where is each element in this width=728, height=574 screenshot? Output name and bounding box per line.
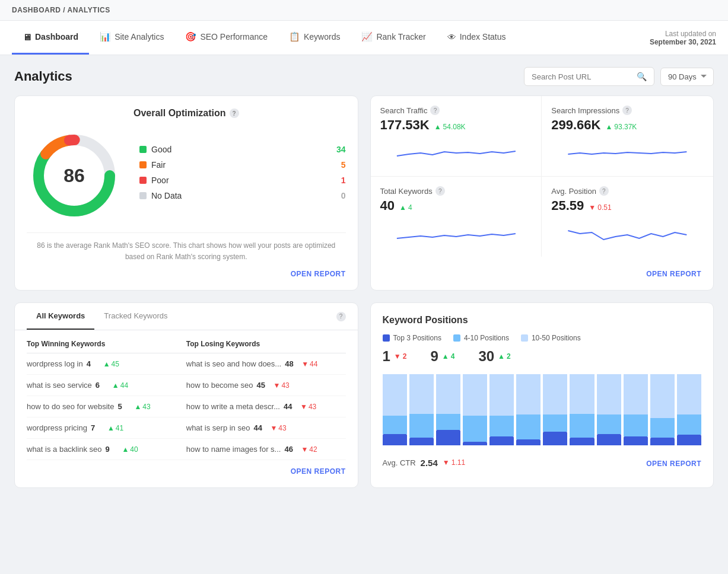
last-updated-date: September 30, 2021	[650, 38, 716, 46]
total-keywords-help-icon[interactable]: ?	[435, 186, 445, 196]
avg-position-value: 25.59	[551, 198, 584, 213]
col-winning-header: Top Winning Keywords	[27, 340, 186, 348]
bar-top3	[543, 432, 567, 445]
keyword-positions-card: Keyword Positions Top 3 Positions 4-10 P…	[370, 302, 714, 488]
bar-mid	[570, 414, 594, 438]
bar-mid	[543, 414, 567, 432]
nav-bar: 🖥 Dashboard 📊 Site Analytics 🎯 SEO Perfo…	[0, 21, 728, 55]
tab-dashboard[interactable]: 🖥 Dashboard	[12, 21, 89, 55]
optimization-card: Overall Optimization ? 86	[14, 95, 358, 291]
kw-losing-5: how to name images for s... 46 ▼ 42	[186, 445, 346, 454]
keywords-tabs-row: All Keywords Tracked Keywords ?	[15, 303, 358, 330]
bar-mid	[624, 414, 648, 436]
kp-legend: Top 3 Positions 4-10 Positions 10-50 Pos…	[383, 334, 702, 342]
index-status-icon: 👁	[447, 32, 456, 42]
optimization-help-icon[interactable]: ?	[230, 109, 239, 118]
kp-bar-group	[650, 374, 675, 445]
breadcrumb-current: ANALYTICS	[68, 6, 110, 14]
up-arrow-icon: ▲	[434, 123, 441, 131]
breadcrumb-separator: /	[63, 6, 67, 14]
rank-tracker-icon: 📈	[361, 31, 373, 42]
kp-bar-group	[570, 374, 594, 445]
tab-index-status[interactable]: 👁 Index Status	[437, 21, 517, 55]
kp-stat-mid: 9 ▲ 4	[430, 348, 454, 365]
tab-seo-performance-label: SEO Performance	[200, 32, 268, 42]
kp-stat-rest: 30 ▲ 2	[478, 348, 510, 365]
search-impressions-sparkline	[551, 141, 704, 167]
optimization-legend: Good 34 Fair 5 Poor 1	[139, 145, 346, 206]
tab-keywords[interactable]: 📋 Keywords	[278, 21, 351, 55]
kp-dot-top3	[383, 334, 390, 342]
legend-val-nodata: 0	[341, 191, 346, 200]
search-impressions-help-icon[interactable]: ?	[622, 106, 632, 115]
bar-top3	[436, 430, 460, 446]
tab-dashboard-label: Dashboard	[35, 32, 78, 42]
search-traffic-help-icon[interactable]: ?	[430, 106, 440, 115]
search-traffic-label: Search Traffic ?	[380, 106, 532, 115]
optimization-report-link[interactable]: OPEN REPORT	[291, 270, 346, 278]
legend-nodata: No Data 0	[139, 191, 346, 200]
kp-bar-group	[383, 374, 407, 445]
avg-ctr: Avg. CTR 2.54 ▼ 1.11	[383, 458, 466, 468]
search-impressions-value: 299.66K	[551, 117, 600, 133]
metric-search-traffic: Search Traffic ? 177.53K ▲ 54.08K	[371, 96, 542, 177]
kp-bar-group	[516, 374, 541, 445]
table-row: how to do seo for website 5 ▲ 43 how to …	[27, 396, 346, 417]
kp-legend-rest: 10-50 Positions	[521, 334, 581, 342]
table-row: wordpress log in 4 ▲ 45 what is seo and …	[27, 353, 346, 375]
search-traffic-value: 177.53K	[380, 117, 430, 133]
total-keywords-sparkline	[380, 222, 532, 247]
tab-rank-tracker[interactable]: 📈 Rank Tracker	[351, 21, 436, 55]
metrics-report-link[interactable]: OPEN REPORT	[646, 270, 701, 278]
kp-bar-group	[463, 374, 487, 445]
bar-rest	[677, 374, 701, 414]
site-analytics-icon: 📊	[100, 31, 111, 42]
dashboard-icon: 🖥	[23, 32, 31, 42]
tab-site-analytics[interactable]: 📊 Site Analytics	[89, 21, 174, 55]
breadcrumb-prefix: DASHBOARD	[12, 6, 61, 14]
bar-mid	[597, 414, 621, 434]
kw-losing-1: what is seo and how does... 48 ▼ 44	[186, 359, 346, 368]
kw-losing-3: how to write a meta descr... 44 ▼ 43	[186, 402, 346, 411]
bar-rest	[489, 374, 514, 415]
optimization-open-report: OPEN REPORT	[27, 269, 346, 278]
avg-position-change: ▼ 0.51	[589, 203, 611, 212]
kp-dot-mid	[453, 334, 460, 342]
nav-tabs: 🖥 Dashboard 📊 Site Analytics 🎯 SEO Perfo…	[12, 21, 517, 55]
kp-legend-top3: Top 3 Positions	[383, 334, 441, 342]
tab-tracked-keywords[interactable]: Tracked Keywords	[94, 303, 177, 330]
tab-seo-performance[interactable]: 🎯 SEO Performance	[174, 21, 278, 55]
legend-dot-fair	[139, 161, 147, 168]
search-box[interactable]: 🔍	[524, 67, 654, 86]
tab-all-keywords[interactable]: All Keywords	[27, 303, 94, 330]
search-traffic-sparkline	[380, 141, 532, 167]
table-row: what is seo service 6 ▲ 44 how to become…	[27, 375, 346, 396]
bar-rest	[436, 374, 460, 414]
down-arrow-icon: ▼	[589, 203, 596, 212]
keywords-icon: 📋	[289, 31, 300, 42]
avg-position-help-icon[interactable]: ?	[599, 186, 609, 196]
kp-bar-group	[409, 374, 434, 445]
days-select[interactable]: 90 Days 30 Days 7 Days	[660, 68, 714, 86]
kw-losing-4: what is serp in seo 44 ▼ 43	[186, 423, 346, 432]
page-title: Analytics	[14, 69, 72, 84]
search-input[interactable]	[532, 72, 632, 81]
kw-win-change-1: ▲ 45	[103, 360, 119, 368]
tab-rank-tracker-label: Rank Tracker	[376, 32, 425, 42]
keywords-help-icon[interactable]: ?	[336, 312, 346, 321]
avg-position-label: Avg. Position ?	[551, 186, 704, 196]
kp-stats: 1 ▼ 2 9 ▲ 4 30 ▲ 2	[383, 348, 702, 365]
kp-report-link[interactable]: OPEN REPORT	[646, 460, 701, 468]
table-row: wordpress pricing 7 ▲ 41 what is serp in…	[27, 417, 346, 439]
up-arrow-icon3: ▲	[399, 203, 406, 212]
bar-top3	[409, 438, 434, 445]
legend-val-fair: 5	[341, 160, 346, 170]
keywords-report-link[interactable]: OPEN REPORT	[291, 467, 346, 476]
up-arrow-icon2: ▲	[605, 123, 612, 131]
kp-bar-group	[543, 374, 567, 445]
tab-index-status-label: Index Status	[460, 32, 506, 42]
total-keywords-value: 40	[380, 198, 395, 213]
legend-dot-good	[139, 146, 147, 153]
bar-top3	[516, 439, 541, 445]
bar-rest	[650, 374, 675, 417]
